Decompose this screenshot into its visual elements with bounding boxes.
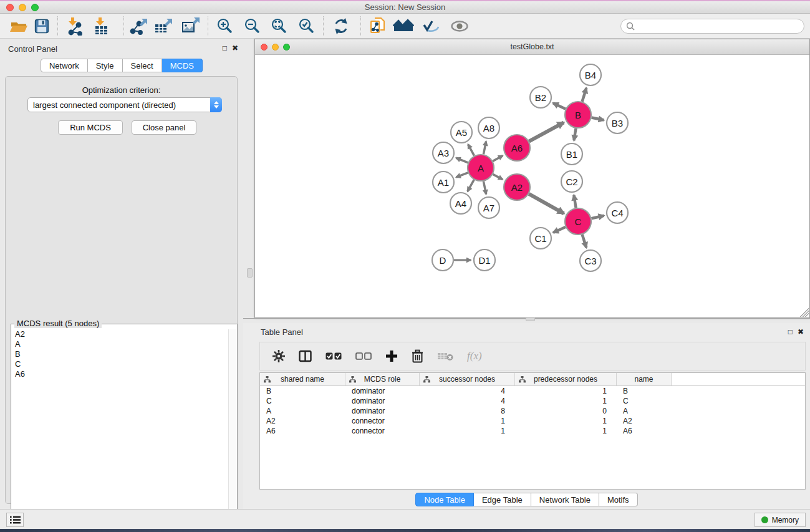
cell-name[interactable]: B xyxy=(617,386,672,396)
tab-mcds[interactable]: MCDS xyxy=(162,59,203,72)
graph-node-D[interactable]: D xyxy=(432,249,453,271)
vertical-splitter-handle[interactable] xyxy=(247,268,253,278)
cell-mcds-role[interactable]: connector xyxy=(345,416,420,426)
tab-motifs[interactable]: Motifs xyxy=(599,493,638,506)
cell-predecessor-nodes[interactable]: 1 xyxy=(515,416,617,426)
graph-edge-A-A5[interactable] xyxy=(468,144,475,155)
home-cytargetlinker-icon[interactable] xyxy=(393,18,414,34)
hide-graphics-details-icon[interactable] xyxy=(422,19,440,33)
graph-edge-B-B3[interactable] xyxy=(592,117,604,120)
cell-name[interactable]: A xyxy=(617,406,672,416)
mcds-result-item[interactable]: A6 xyxy=(12,369,228,379)
window-resize-grip[interactable] xyxy=(800,308,809,317)
run-mcds-button[interactable]: Run MCDS xyxy=(58,120,123,135)
add-column-icon[interactable] xyxy=(385,350,398,362)
zoom-in-icon[interactable] xyxy=(216,17,233,35)
graph-edge-B-B1[interactable] xyxy=(574,128,576,141)
graph-edge-A-A1[interactable] xyxy=(456,173,468,177)
mcds-result-item[interactable]: B xyxy=(12,349,228,359)
column-header-shared-name[interactable]: shared name xyxy=(260,373,345,385)
graph-node-B2[interactable]: B2 xyxy=(530,87,551,108)
unselect-all-checkboxes-icon[interactable] xyxy=(355,352,372,360)
graph-node-A3[interactable]: A3 xyxy=(433,142,454,163)
cell-successor-nodes[interactable]: 4 xyxy=(420,396,515,406)
close-panel-icon[interactable]: ✖ xyxy=(232,44,238,52)
graph-edge-A-A8[interactable] xyxy=(483,142,486,155)
graph-node-A5[interactable]: A5 xyxy=(451,122,472,143)
tab-edge-table[interactable]: Edge Table xyxy=(474,493,531,506)
network-canvas[interactable]: AA1A2A3A4A5A6A7A8BB1B2B3B4CC1C2C3C4DD1 xyxy=(255,55,809,317)
cell-successor-nodes[interactable]: 1 xyxy=(420,416,515,426)
graph-edge-B-B4[interactable] xyxy=(582,88,587,102)
graph-node-A7[interactable]: A7 xyxy=(478,197,499,218)
graph-edge-A-A2[interactable] xyxy=(493,174,503,179)
graph-node-A2[interactable]: A2 xyxy=(504,174,530,200)
cell-successor-nodes[interactable]: 1 xyxy=(420,426,515,436)
tab-node-table[interactable]: Node Table xyxy=(415,493,474,506)
cell-predecessor-nodes[interactable]: 1 xyxy=(515,386,617,396)
mcds-list-scrollbar[interactable] xyxy=(228,329,236,532)
mcds-result-item[interactable]: A2 xyxy=(12,329,228,339)
graph-node-A4[interactable]: A4 xyxy=(450,193,471,214)
cell-mcds-role[interactable]: dominator xyxy=(345,406,420,416)
refresh-icon[interactable] xyxy=(332,17,350,35)
graph-node-D1[interactable]: D1 xyxy=(474,249,495,271)
graph-node-A[interactable]: A xyxy=(468,155,494,181)
graph-edge-C-C2[interactable] xyxy=(574,195,576,208)
float-panel-icon[interactable]: □ xyxy=(223,44,227,52)
graph-edge-B-B2[interactable] xyxy=(553,103,566,109)
tab-style[interactable]: Style xyxy=(88,59,123,72)
search-input[interactable] xyxy=(638,22,804,31)
select-all-checkboxes-icon[interactable] xyxy=(325,352,342,360)
open-session-icon[interactable] xyxy=(9,18,28,34)
cell-mcds-role[interactable]: connector xyxy=(345,426,420,436)
cell-shared-name[interactable]: A xyxy=(260,406,345,416)
graph-node-B3[interactable]: B3 xyxy=(607,112,628,133)
criterion-dropdown[interactable]: largest connected component (directed) xyxy=(27,97,222,112)
column-header-successor-nodes[interactable]: successor nodes xyxy=(420,373,515,385)
close-panel-button[interactable]: Close panel xyxy=(132,120,196,135)
graph-node-B[interactable]: B xyxy=(565,102,591,128)
graph-edge-A6-B[interactable] xyxy=(529,122,564,141)
delete-table-icon[interactable] xyxy=(437,351,453,361)
close-table-panel-icon[interactable]: ✖ xyxy=(798,327,804,336)
graph-node-A6[interactable]: A6 xyxy=(504,135,530,161)
mcds-result-item[interactable]: A xyxy=(12,339,228,349)
cell-shared-name[interactable]: C xyxy=(260,396,345,406)
graph-edge-C-C1[interactable] xyxy=(553,227,566,233)
column-header-name[interactable]: name xyxy=(617,373,672,385)
graph-node-C2[interactable]: C2 xyxy=(561,171,582,192)
show-columns-icon[interactable] xyxy=(299,350,312,362)
cell-predecessor-nodes[interactable]: 0 xyxy=(515,406,617,416)
zoom-out-icon[interactable] xyxy=(243,17,261,35)
task-history-button[interactable] xyxy=(6,513,24,527)
graph-edge-A-A6[interactable] xyxy=(493,156,503,162)
show-graphics-details-icon[interactable] xyxy=(450,21,469,32)
graph-node-C3[interactable]: C3 xyxy=(580,250,601,271)
cell-shared-name[interactable]: A6 xyxy=(260,426,345,436)
table-row[interactable]: Adominator80A xyxy=(260,406,805,416)
graph-edge-C-C4[interactable] xyxy=(591,216,604,218)
graph-node-C[interactable]: C xyxy=(565,208,591,235)
cell-name[interactable]: A2 xyxy=(617,416,672,426)
memory-button[interactable]: Memory xyxy=(755,513,806,527)
graph-node-C4[interactable]: C4 xyxy=(607,202,628,223)
column-header-mcds-role[interactable]: MCDS role xyxy=(345,373,420,385)
export-image-icon[interactable] xyxy=(181,17,201,36)
cell-mcds-role[interactable]: dominator xyxy=(345,386,420,396)
export-network-icon[interactable] xyxy=(129,17,149,36)
graph-edge-C-C3[interactable] xyxy=(582,235,587,248)
cell-name[interactable]: A6 xyxy=(617,426,672,436)
cell-predecessor-nodes[interactable]: 1 xyxy=(515,396,617,406)
search-field[interactable] xyxy=(620,19,804,34)
tab-network[interactable]: Network xyxy=(41,59,88,72)
graph-node-A1[interactable]: A1 xyxy=(433,172,454,193)
zoom-selected-icon[interactable] xyxy=(297,17,315,35)
save-session-icon[interactable] xyxy=(34,18,50,34)
graph-node-C1[interactable]: C1 xyxy=(530,228,551,249)
float-table-panel-icon[interactable]: □ xyxy=(788,327,793,336)
function-builder-icon[interactable]: f(x) xyxy=(467,350,482,362)
graph-node-A8[interactable]: A8 xyxy=(478,117,499,138)
import-network-icon[interactable] xyxy=(65,17,84,36)
cell-mcds-role[interactable]: dominator xyxy=(345,396,420,406)
